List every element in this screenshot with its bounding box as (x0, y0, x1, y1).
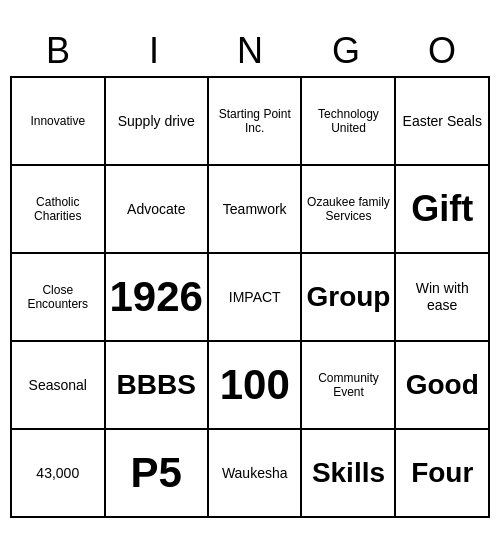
cell-r4-c1[interactable]: P5 (106, 430, 209, 518)
cell-r3-c3[interactable]: Community Event (302, 342, 396, 430)
cell-r4-c4[interactable]: Four (396, 430, 490, 518)
cell-r2-c1[interactable]: 1926 (106, 254, 209, 342)
cell-r0-c2[interactable]: Starting Point Inc. (209, 78, 303, 166)
cell-r3-c2[interactable]: 100 (209, 342, 303, 430)
cell-r1-c4[interactable]: Gift (396, 166, 490, 254)
bingo-grid: InnovativeSupply driveStarting Point Inc… (10, 76, 490, 518)
cell-r4-c3[interactable]: Skills (302, 430, 396, 518)
header-o: O (394, 26, 490, 76)
cell-r2-c3[interactable]: Group (302, 254, 396, 342)
header-b: B (10, 26, 106, 76)
cell-r0-c4[interactable]: Easter Seals (396, 78, 490, 166)
cell-r2-c4[interactable]: Win with ease (396, 254, 490, 342)
cell-r1-c0[interactable]: Catholic Charities (12, 166, 106, 254)
cell-r4-c0[interactable]: 43,000 (12, 430, 106, 518)
cell-r4-c2[interactable]: Waukesha (209, 430, 303, 518)
cell-r3-c1[interactable]: BBBS (106, 342, 209, 430)
bingo-header: B I N G O (10, 26, 490, 76)
cell-r0-c0[interactable]: Innovative (12, 78, 106, 166)
cell-r2-c0[interactable]: Close Encounters (12, 254, 106, 342)
cell-r3-c4[interactable]: Good (396, 342, 490, 430)
cell-r1-c3[interactable]: Ozaukee family Services (302, 166, 396, 254)
cell-r0-c3[interactable]: Technology United (302, 78, 396, 166)
header-g: G (298, 26, 394, 76)
header-i: I (106, 26, 202, 76)
cell-r0-c1[interactable]: Supply drive (106, 78, 209, 166)
cell-r2-c2[interactable]: IMPACT (209, 254, 303, 342)
header-n: N (202, 26, 298, 76)
cell-r1-c2[interactable]: Teamwork (209, 166, 303, 254)
bingo-card: B I N G O InnovativeSupply driveStarting… (10, 26, 490, 518)
cell-r3-c0[interactable]: Seasonal (12, 342, 106, 430)
cell-r1-c1[interactable]: Advocate (106, 166, 209, 254)
